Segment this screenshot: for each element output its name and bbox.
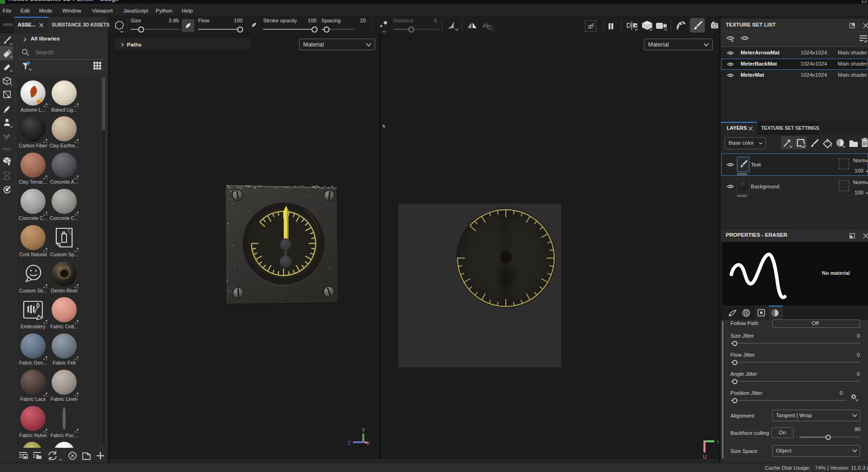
svg-text:1: 1: [744, 36, 746, 40]
svg-text:Z: Z: [348, 440, 351, 445]
svg-text:X: X: [366, 440, 370, 446]
svg-text:Y: Y: [362, 427, 365, 433]
